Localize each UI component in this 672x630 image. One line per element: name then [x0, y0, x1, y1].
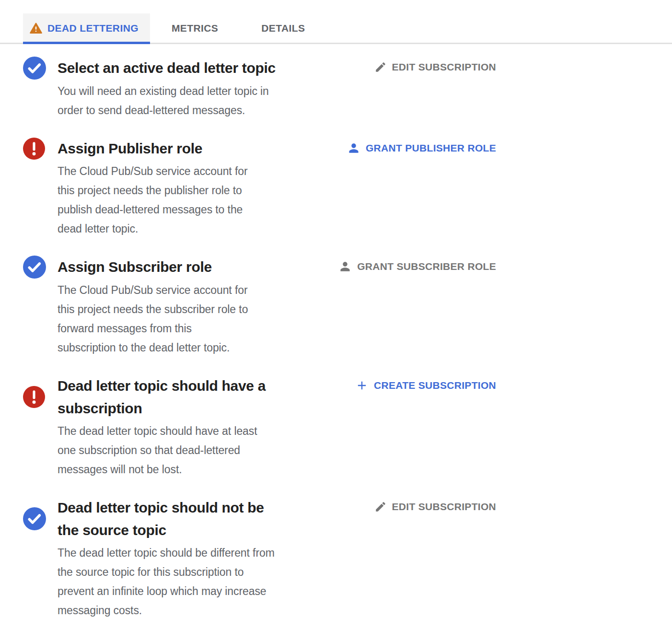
action-label: EDIT SUBSCRIPTION	[392, 501, 496, 513]
check-description: The Cloud Pub/Sub service account for th…	[58, 162, 496, 238]
person-icon	[347, 141, 360, 155]
edit-pencil-icon	[374, 61, 387, 73]
tab-bar: DEAD LETTERING METRICS DETAILS	[0, 13, 672, 44]
action-label: GRANT PUBLISHER ROLE	[366, 142, 496, 154]
person-icon	[338, 260, 352, 273]
check-description: The Cloud Pub/Sub service account for th…	[58, 280, 496, 357]
create-subscription-button[interactable]: CREATE SUBSCRIPTION	[355, 379, 496, 392]
check-circle-icon	[23, 256, 46, 279]
plus-icon	[355, 379, 369, 392]
warning-triangle-icon	[30, 23, 42, 34]
grant-publisher-role-button[interactable]: GRANT PUBLISHER ROLE	[347, 141, 496, 155]
check-item-dead-letter-topic-subscription: Dead letter topic should have a subscrip…	[23, 374, 496, 479]
tab-label: METRICS	[172, 23, 218, 34]
edit-subscription-button[interactable]: EDIT SUBSCRIPTION	[374, 61, 496, 73]
tab-dead-lettering[interactable]: DEAD LETTERING	[23, 13, 150, 43]
check-item-select-dead-letter-topic: Select an active dead letter topic You w…	[23, 57, 496, 120]
check-circle-icon	[23, 507, 46, 530]
check-circle-icon	[23, 57, 46, 80]
tab-metrics[interactable]: METRICS	[150, 13, 240, 43]
error-circle-icon	[23, 386, 45, 408]
edit-subscription-button[interactable]: EDIT SUBSCRIPTION	[374, 501, 496, 513]
tab-label: DETAILS	[261, 23, 305, 34]
action-label: CREATE SUBSCRIPTION	[374, 380, 496, 391]
check-item-assign-publisher-role: Assign Publisher role The Cloud Pub/Sub …	[23, 137, 496, 238]
grant-subscriber-role-button[interactable]: GRANT SUBSCRIBER ROLE	[338, 260, 496, 273]
dead-lettering-checklist: Select an active dead letter topic You w…	[0, 44, 672, 620]
tab-details[interactable]: DETAILS	[240, 13, 326, 43]
check-description: The dead letter topic should have at lea…	[58, 421, 496, 479]
check-description: The dead letter topic should be differen…	[58, 543, 496, 620]
edit-pencil-icon	[374, 501, 387, 513]
check-item-dead-letter-not-source-topic: Dead letter topic should not be the sour…	[23, 496, 496, 620]
error-circle-icon	[23, 138, 45, 160]
action-label: GRANT SUBSCRIBER ROLE	[357, 261, 496, 272]
check-item-assign-subscriber-role: Assign Subscriber role The Cloud Pub/Sub…	[23, 256, 496, 357]
tab-label: DEAD LETTERING	[47, 23, 139, 34]
check-description: You will need an existing dead letter to…	[58, 82, 496, 120]
action-label: EDIT SUBSCRIPTION	[392, 61, 496, 73]
